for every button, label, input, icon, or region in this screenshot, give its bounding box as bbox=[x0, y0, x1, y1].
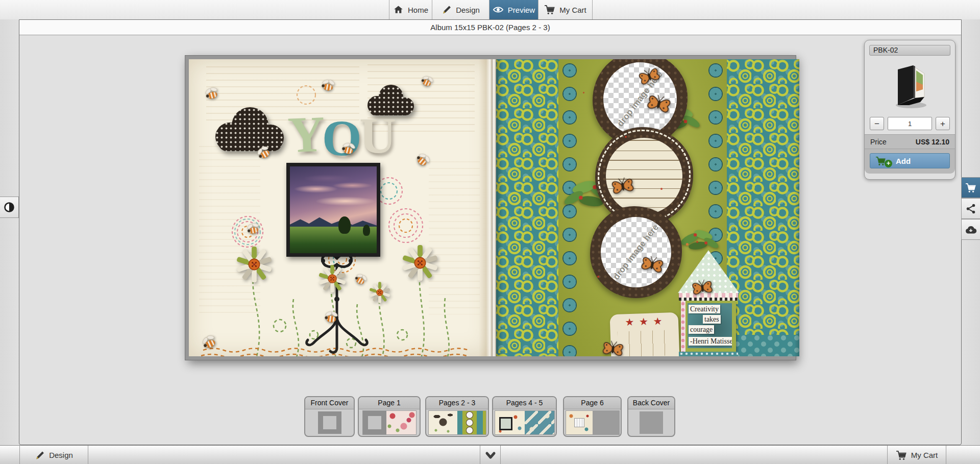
red-stars: ★ ★ ★ bbox=[609, 312, 678, 329]
house-embellishment: Creativity takes courage -Henri Matisse bbox=[678, 250, 739, 356]
bottom-design-button[interactable]: Design bbox=[20, 446, 88, 464]
house-base-trim bbox=[679, 352, 738, 356]
pinwheel-flower bbox=[317, 263, 348, 294]
quantity-input[interactable] bbox=[888, 117, 932, 130]
separator bbox=[500, 446, 501, 464]
round-photo-frame-bottom: drop image here bbox=[590, 206, 682, 298]
quantity-stepper: − + bbox=[865, 116, 955, 131]
product-name: PBK-02 bbox=[869, 45, 950, 56]
side-tool-cart[interactable] bbox=[961, 177, 980, 198]
thumbnail-image bbox=[566, 410, 620, 435]
thumbnail-image bbox=[362, 410, 416, 435]
tab-preview-label: Preview bbox=[508, 6, 535, 14]
butterfly-embellishment bbox=[600, 337, 626, 356]
side-tool-contrast[interactable] bbox=[0, 197, 19, 218]
album-page-left: Y O U bbox=[189, 59, 492, 356]
side-tool-cloud-download[interactable] bbox=[961, 219, 980, 240]
thumbnail-page-6[interactable]: Page 6 bbox=[563, 396, 622, 437]
side-tool-share[interactable] bbox=[961, 198, 980, 219]
tree-silhouette bbox=[363, 225, 370, 236]
scallop-edge bbox=[681, 301, 685, 352]
cloud-download-icon bbox=[965, 225, 977, 235]
album-page-right: drop image here drop image here bbox=[496, 59, 799, 356]
teal-ring-paper-band bbox=[496, 59, 558, 356]
thumbnail-front-cover[interactable]: Front Cover bbox=[304, 396, 355, 437]
tab-design-label: Design bbox=[456, 6, 480, 14]
leaf-cluster bbox=[678, 224, 721, 254]
paint-speck bbox=[696, 241, 698, 243]
thumbnail-label: Page 6 bbox=[564, 397, 621, 409]
tab-design[interactable]: Design bbox=[432, 0, 489, 19]
bee-embellishment bbox=[244, 220, 262, 237]
share-icon bbox=[965, 203, 976, 214]
add-row: + Add bbox=[865, 149, 955, 174]
tag-lines bbox=[618, 330, 673, 356]
thumbnail-placeholder bbox=[640, 411, 663, 434]
bee-embellishment bbox=[322, 308, 341, 326]
pinwheel-flower bbox=[234, 245, 274, 284]
price-row: Price US$ 12.10 bbox=[865, 134, 955, 149]
thumbnail-placeholder bbox=[318, 411, 341, 434]
collapse-thumbnails-button[interactable] bbox=[480, 446, 500, 464]
quote-word: Creativity bbox=[689, 305, 720, 313]
butterfly-embellishment bbox=[690, 276, 715, 299]
thumbnail-image bbox=[428, 410, 486, 435]
cart-icon bbox=[965, 183, 976, 193]
bottom-bar: Design My Cart bbox=[0, 445, 980, 464]
pencil-icon bbox=[442, 5, 452, 15]
bottom-my-cart-button[interactable]: My Cart bbox=[888, 446, 946, 464]
placed-photo-frame bbox=[286, 163, 380, 257]
thumbnail-pages-4-5[interactable]: Pages 4 - 5 bbox=[492, 396, 557, 437]
price-label: Price bbox=[870, 138, 887, 146]
product-panel: PBK-02 − + Price US$ 12.10 + bbox=[864, 40, 955, 180]
paint-speck bbox=[597, 276, 599, 278]
thumbnail-label: Back Cover bbox=[628, 397, 674, 409]
quote-panel: Creativity takes courage -Henri Matisse bbox=[688, 303, 732, 348]
tab-my-cart[interactable]: My Cart bbox=[538, 0, 593, 19]
tree-silhouette bbox=[338, 216, 351, 234]
tab-home[interactable]: Home bbox=[389, 0, 432, 19]
thumbnail-label: Page 1 bbox=[359, 397, 420, 409]
tab-home-label: Home bbox=[408, 6, 428, 14]
album-title: Album 15x15 PBK-02 (Pages 2 - 3) bbox=[19, 20, 961, 35]
plus-badge-icon: + bbox=[885, 160, 892, 167]
album-spread-preview: Y O U bbox=[185, 56, 796, 360]
thumbnail-pages-2-3[interactable]: Pages 2 - 3 bbox=[425, 396, 489, 437]
price-value: US$ 12.10 bbox=[916, 138, 949, 146]
pencil-icon bbox=[35, 450, 45, 460]
add-to-cart-button[interactable]: + Add bbox=[870, 153, 950, 168]
paint-speck bbox=[660, 188, 663, 190]
paint-speck bbox=[583, 92, 584, 93]
house-body: Creativity takes courage -Henri Matisse bbox=[681, 301, 736, 352]
tab-my-cart-label: My Cart bbox=[559, 6, 586, 14]
photobook-3d-icon bbox=[887, 61, 934, 110]
page-spine bbox=[492, 59, 496, 356]
photo-landscape bbox=[290, 166, 377, 253]
tab-preview[interactable]: Preview bbox=[489, 0, 538, 19]
bottom-design-label: Design bbox=[49, 451, 73, 459]
thumbnail-label: Pages 4 - 5 bbox=[493, 397, 556, 409]
add-button-label: Add bbox=[896, 157, 911, 165]
main-area: Album 15x15 PBK-02 (Pages 2 - 3) Y bbox=[19, 19, 962, 445]
thumbnail-label: Pages 2 - 3 bbox=[426, 397, 488, 409]
chevron-down-icon bbox=[484, 450, 497, 460]
pinwheel-flower bbox=[368, 281, 391, 304]
quantity-plus-button[interactable]: + bbox=[936, 117, 950, 130]
home-icon bbox=[393, 5, 404, 15]
thumbnail-page-1[interactable]: Page 1 bbox=[358, 396, 421, 437]
thumbnail-label: Front Cover bbox=[305, 397, 354, 409]
quote-attribution: -Henri Matisse bbox=[689, 337, 732, 346]
paint-speck bbox=[625, 136, 627, 138]
photo-drop-zone[interactable]: drop image here bbox=[601, 217, 671, 287]
pinwheel-flower bbox=[400, 243, 440, 283]
app-window: Home Design Preview My Cart Album 15x15 … bbox=[0, 0, 980, 464]
letter-u: U bbox=[359, 110, 394, 161]
quantity-minus-button[interactable]: − bbox=[870, 117, 884, 130]
quote-word: takes bbox=[703, 315, 721, 324]
cart-icon bbox=[544, 5, 555, 15]
separator bbox=[946, 446, 946, 464]
bottom-my-cart-label: My Cart bbox=[911, 451, 938, 459]
eye-icon bbox=[493, 5, 504, 14]
contrast-icon bbox=[3, 201, 15, 213]
thumbnail-back-cover[interactable]: Back Cover bbox=[627, 396, 675, 437]
